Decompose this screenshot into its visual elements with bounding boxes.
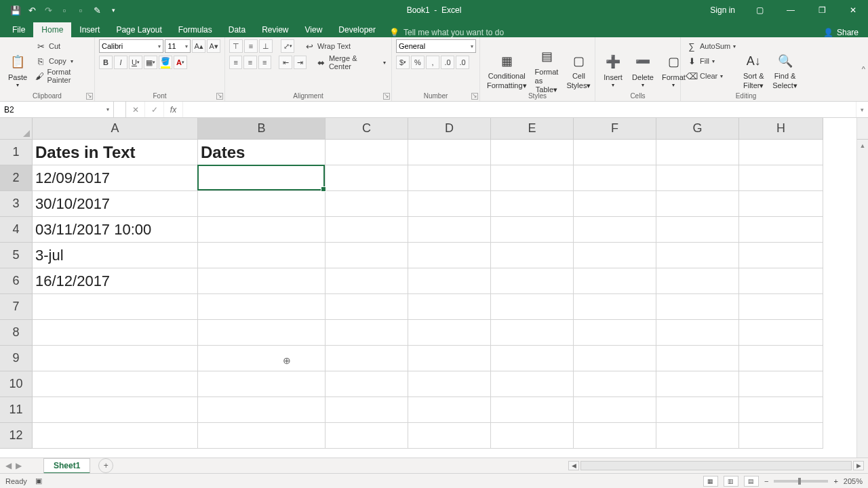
cell-B10[interactable] xyxy=(198,371,326,397)
cell-F1[interactable] xyxy=(574,140,656,165)
font-color-button[interactable]: A▾ xyxy=(174,56,187,69)
cell-E8[interactable] xyxy=(491,320,574,346)
fill-button[interactable]: ⬇Fill▾ xyxy=(685,54,737,68)
row-header-6[interactable]: 6 xyxy=(0,268,33,294)
autosum-button[interactable]: ∑AutoSum▾ xyxy=(685,39,737,53)
cell-D1[interactable] xyxy=(408,140,491,165)
align-middle-button[interactable]: ≡ xyxy=(244,39,258,53)
name-box[interactable]: B2▾ xyxy=(0,102,114,117)
tell-me-search[interactable]: 💡 Tell me what you want to do xyxy=(389,28,504,37)
minimize-icon[interactable]: — xyxy=(776,0,806,20)
cut-button[interactable]: ✂Cut xyxy=(34,39,90,53)
cell-G7[interactable] xyxy=(656,294,739,320)
orientation-button[interactable]: ⤢▾ xyxy=(281,39,294,53)
column-header-A[interactable]: A xyxy=(33,118,198,140)
tab-view[interactable]: View xyxy=(297,22,331,37)
cell-F7[interactable] xyxy=(574,294,656,320)
cell-C5[interactable] xyxy=(326,243,408,268)
sheet-nav-prev-icon[interactable]: ◀ xyxy=(5,461,12,470)
decrease-decimal-button[interactable]: .0 xyxy=(456,56,469,69)
dialog-launcher-icon[interactable]: ↘ xyxy=(216,93,223,100)
cell-A4[interactable]: 03/11/2017 10:00 xyxy=(33,217,198,243)
cell-C9[interactable] xyxy=(326,346,408,371)
merge-center-button[interactable]: ⬌Merge & Center▾ xyxy=(315,56,387,69)
macro-record-icon[interactable]: ▣ xyxy=(35,476,42,485)
cell-B1[interactable]: Dates xyxy=(198,140,326,165)
accounting-format-button[interactable]: $▾ xyxy=(396,56,410,69)
cell-B6[interactable] xyxy=(198,268,326,294)
cell-G1[interactable] xyxy=(656,140,739,165)
formula-input[interactable] xyxy=(183,102,856,117)
column-header-F[interactable]: F xyxy=(574,118,656,140)
cell-E5[interactable] xyxy=(491,243,574,268)
tab-formulas[interactable]: Formulas xyxy=(170,22,220,37)
align-left-button[interactable]: ≡ xyxy=(229,56,242,69)
column-header-B[interactable]: B xyxy=(198,118,326,140)
row-header-8[interactable]: 8 xyxy=(0,320,33,346)
undo-icon[interactable]: ↶ xyxy=(26,4,38,16)
cell-B2[interactable] xyxy=(198,165,326,191)
row-header-1[interactable]: 1 xyxy=(0,140,33,165)
cell-G11[interactable] xyxy=(656,397,739,423)
cell-A10[interactable] xyxy=(33,371,198,397)
share-button[interactable]: 👤 Share xyxy=(823,28,868,37)
cell-H8[interactable] xyxy=(739,320,823,346)
clear-button[interactable]: ⌫Clear▾ xyxy=(685,69,737,83)
cell-C3[interactable] xyxy=(326,191,408,217)
tab-review[interactable]: Review xyxy=(254,22,296,37)
tab-file[interactable]: File xyxy=(4,22,33,37)
cell-G10[interactable] xyxy=(656,371,739,397)
cell-H11[interactable] xyxy=(739,397,823,423)
dialog-launcher-icon[interactable]: ↘ xyxy=(86,93,93,100)
dialog-launcher-icon[interactable]: ↘ xyxy=(383,93,390,100)
cell-A12[interactable] xyxy=(33,423,198,449)
row-header-2[interactable]: 2 xyxy=(0,165,33,191)
italic-button[interactable]: I xyxy=(114,56,127,69)
cell-C10[interactable] xyxy=(326,371,408,397)
zoom-out-button[interactable]: − xyxy=(764,477,768,485)
cell-D7[interactable] xyxy=(408,294,491,320)
cell-C7[interactable] xyxy=(326,294,408,320)
copy-button[interactable]: ⎘Copy▾ xyxy=(34,54,90,68)
qat-icon[interactable]: ▫ xyxy=(58,4,71,16)
page-layout-view-button[interactable]: ▥ xyxy=(724,476,738,487)
cell-E10[interactable] xyxy=(491,371,574,397)
cell-C1[interactable] xyxy=(326,140,408,165)
cell-F4[interactable] xyxy=(574,217,656,243)
cell-F8[interactable] xyxy=(574,320,656,346)
cell-H5[interactable] xyxy=(739,243,823,268)
cell-H2[interactable] xyxy=(739,165,823,191)
fill-color-button[interactable]: 🪣 xyxy=(159,56,172,69)
qat-customize-icon[interactable]: ▾ xyxy=(107,4,119,16)
cell-B8[interactable] xyxy=(198,320,326,346)
cell-D2[interactable] xyxy=(408,165,491,191)
cell-D11[interactable] xyxy=(408,397,491,423)
row-header-9[interactable]: 9 xyxy=(0,346,33,371)
scroll-up-icon[interactable]: ▲ xyxy=(860,140,866,151)
cell-A11[interactable] xyxy=(33,397,198,423)
row-header-5[interactable]: 5 xyxy=(0,243,33,268)
comma-format-button[interactable]: , xyxy=(426,56,439,69)
cell-E4[interactable] xyxy=(491,217,574,243)
cell-H3[interactable] xyxy=(739,191,823,217)
cell-H10[interactable] xyxy=(739,371,823,397)
column-header-D[interactable]: D xyxy=(408,118,491,140)
sheet-nav-next-icon[interactable]: ▶ xyxy=(16,461,22,470)
decrease-font-button[interactable]: A▾ xyxy=(207,39,220,53)
row-header-4[interactable]: 4 xyxy=(0,217,33,243)
cell-F12[interactable] xyxy=(574,423,656,449)
cell-D10[interactable] xyxy=(408,371,491,397)
tab-developer[interactable]: Developer xyxy=(330,22,384,37)
cell-B9[interactable] xyxy=(198,346,326,371)
ribbon-display-options-icon[interactable]: ▢ xyxy=(745,0,774,20)
wrap-text-button[interactable]: ↩Wrap Text xyxy=(302,39,352,53)
borders-button[interactable]: ▦▾ xyxy=(144,56,157,69)
tab-home[interactable]: Home xyxy=(33,22,71,37)
cell-F5[interactable] xyxy=(574,243,656,268)
cell-A9[interactable] xyxy=(33,346,198,371)
cell-C6[interactable] xyxy=(326,268,408,294)
row-header-10[interactable]: 10 xyxy=(0,371,33,397)
increase-decimal-button[interactable]: .0 xyxy=(441,56,454,69)
page-break-view-button[interactable]: ▤ xyxy=(744,476,759,487)
cell-G2[interactable] xyxy=(656,165,739,191)
